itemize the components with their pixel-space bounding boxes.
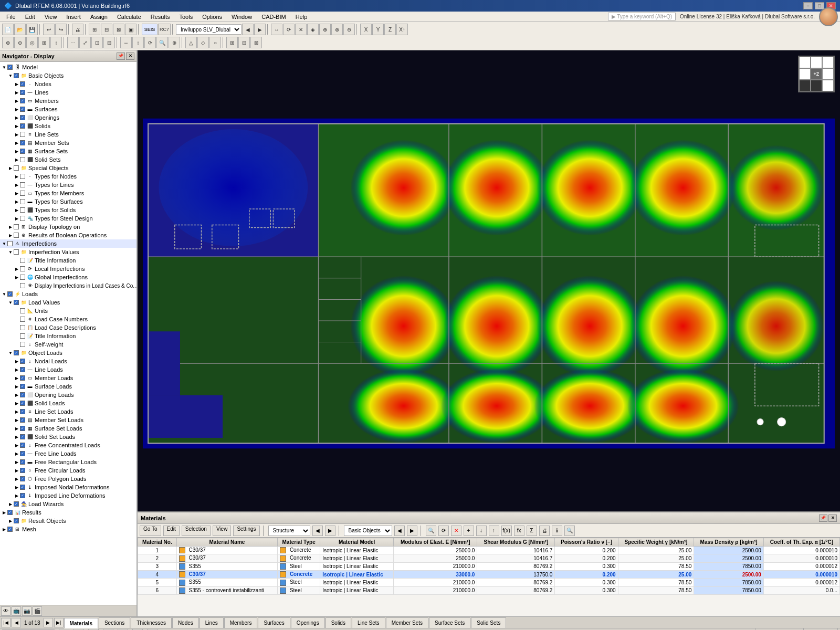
check-types-lines[interactable]	[20, 182, 25, 187]
arrow-solidsets[interactable]: ▶	[14, 156, 20, 163]
check-mesh[interactable]: ✓	[7, 527, 13, 532]
tree-lc-numbers[interactable]: ▶ # Load Case Numbers	[0, 315, 136, 323]
add-btn[interactable]: +	[464, 526, 474, 536]
load-combo-dropdown[interactable]: Inviluppo SLV_Dlubal	[176, 24, 242, 35]
panel-close-btn[interactable]: ✕	[828, 514, 837, 522]
tb7[interactable]: ⊖	[343, 24, 355, 35]
arrow-results[interactable]: ▶	[1, 509, 7, 516]
import-btn[interactable]: ↓	[476, 526, 487, 536]
tree-line-loads[interactable]: ▶ ✓ — Line Loads	[0, 365, 136, 374]
export-btn[interactable]: ↑	[489, 526, 499, 536]
r2-14[interactable]: ⊕	[169, 37, 180, 48]
tree-types-nodes[interactable]: ▶ · Types for Nodes	[0, 172, 136, 181]
tree-loads[interactable]: ▼ ✓ ⚡ Loads	[0, 290, 136, 298]
tree-types-steel[interactable]: ▶ 🔩 Types for Steel Design	[0, 214, 136, 223]
menu-edit[interactable]: Edit	[21, 13, 39, 21]
check-nodal-loads[interactable]: ✓	[20, 359, 25, 364]
arrow-display-topology[interactable]: ▶	[7, 224, 14, 230]
arrow-surfaceset-loads[interactable]: ▶	[14, 425, 20, 432]
tree-free-concentrated[interactable]: ▶ ✓ ↓ Free Concentrated Loads	[0, 441, 136, 449]
check-load-wizards[interactable]: ✓	[14, 501, 19, 507]
filter-btn[interactable]: 🔍	[426, 526, 436, 536]
menu-assign[interactable]: Assign	[86, 13, 112, 21]
tree-display-topology[interactable]: ▶ ⊞ Display Topology on	[0, 223, 136, 231]
tab-surfaces[interactable]: Surfaces	[258, 617, 290, 628]
tree-solidsets[interactable]: ▶ ⬛ Solid Sets	[0, 155, 136, 164]
arrow-types-steel[interactable]: ▶	[14, 215, 20, 222]
menu-view[interactable]: View	[40, 13, 61, 21]
tree-local-imperf[interactable]: ▶ ⟳ Local Imperfections	[0, 265, 136, 273]
check-global-imperf[interactable]	[20, 275, 25, 280]
check-model[interactable]: ✓	[7, 65, 13, 70]
arrow-member-loads[interactable]: ▶	[14, 375, 20, 381]
r2-4[interactable]: ⊞	[38, 37, 50, 48]
arrow-lines[interactable]: ▶	[14, 89, 20, 96]
tree-surfaceset-loads[interactable]: ▶ ✓ ▦ Surface Set Loads	[0, 424, 136, 433]
table-row[interactable]: 4 C30/37 Concrete Isotropic | Linear Ela…	[138, 571, 840, 579]
settings-btn[interactable]: Settings	[233, 526, 259, 536]
table-row[interactable]: 3 S355 Steel Isotropic | Linear Elastic …	[138, 562, 840, 570]
nav-video-btn[interactable]: 🎬	[33, 606, 42, 616]
view1[interactable]: ⊞	[89, 24, 100, 35]
arrow-nodal-loads[interactable]: ▶	[14, 358, 20, 364]
arrow-surfaces[interactable]: ▶	[14, 106, 20, 112]
check-member-loads[interactable]: ✓	[20, 375, 25, 381]
arrow-global-imperf[interactable]: ▶	[14, 274, 20, 280]
tab-surface-sets[interactable]: Surface Sets	[429, 617, 470, 628]
tree-opening-loads[interactable]: ▶ ✓ ⬜ Opening Loads	[0, 391, 136, 399]
menu-window[interactable]: Window	[227, 13, 256, 21]
r2-16[interactable]: ◇	[197, 37, 209, 48]
r2-5[interactable]: ↕	[50, 37, 62, 48]
arrow-imperf-values[interactable]: ▼	[7, 249, 14, 255]
tree-openings[interactable]: ▶ ✓ ⬜ Openings	[0, 113, 136, 122]
arrow-basic[interactable]: ▼	[7, 72, 14, 79]
tb9[interactable]: Y	[372, 24, 384, 35]
arrow-free-conc[interactable]: ▶	[14, 442, 20, 448]
tab-solid-sets[interactable]: Solid Sets	[471, 617, 506, 628]
r2-15[interactable]: △	[185, 37, 197, 48]
check-lineset-loads[interactable]: ✓	[20, 409, 25, 414]
arrow-nodes[interactable]: ▶	[14, 81, 20, 87]
selection-btn[interactable]: Selection	[182, 526, 211, 536]
tree-lc-desc[interactable]: ▶ 📋 Load Case Descriptions	[0, 323, 136, 332]
tb3[interactable]: ✕	[295, 24, 307, 35]
r2-3[interactable]: ◎	[26, 37, 38, 48]
check-types-surfaces[interactable]	[20, 199, 25, 204]
check-loads-title[interactable]	[20, 333, 25, 339]
tab-lines[interactable]: Lines	[200, 617, 224, 628]
r2-2[interactable]: ⊖	[14, 37, 26, 48]
arrow-special[interactable]: ▶	[7, 165, 14, 171]
prev-obj-btn[interactable]: ◀	[394, 526, 405, 536]
check-imperf-values[interactable]	[14, 249, 19, 255]
arrow-membersets[interactable]: ▶	[14, 140, 20, 146]
tb6[interactable]: ⊗	[331, 24, 343, 35]
menu-options[interactable]: Options	[198, 13, 226, 21]
check-display-topology[interactable]	[14, 224, 19, 229]
last-page-btn[interactable]: ▶|	[54, 618, 64, 627]
check-free-rect[interactable]: ✓	[20, 459, 25, 465]
tab-sections[interactable]: Sections	[99, 617, 130, 628]
tree-loads-title[interactable]: ▶ 📝 Title Information	[0, 332, 136, 340]
check-free-polygon[interactable]: ✓	[20, 476, 25, 481]
check-openings[interactable]: ✓	[20, 115, 25, 120]
check-basic[interactable]: ✓	[14, 73, 19, 78]
check-solidset-loads[interactable]: ✓	[20, 434, 25, 439]
arrow-free-circular[interactable]: ▶	[14, 467, 20, 474]
arrow-types-surfaces[interactable]: ▶	[14, 198, 20, 205]
tb11[interactable]: X↑	[396, 24, 408, 35]
r2-19[interactable]: ⊟	[238, 37, 250, 48]
check-solidsets[interactable]	[20, 157, 25, 162]
tree-surfaces[interactable]: ▶ ✓ ▬ Surfaces	[0, 105, 136, 113]
arrow-surface-loads[interactable]: ▶	[14, 383, 20, 390]
tree-nodes[interactable]: ▶ ✓ · Nodes	[0, 80, 136, 88]
tree-solid-loads[interactable]: ▶ ✓ ⬛ Solid Loads	[0, 399, 136, 407]
arrow-solid-loads[interactable]: ▶	[14, 400, 20, 406]
tab-line-sets[interactable]: Line Sets	[352, 617, 385, 628]
tree-free-circular[interactable]: ▶ ✓ ○ Free Circular Loads	[0, 466, 136, 475]
check-types-members[interactable]	[20, 191, 25, 196]
arrow-memberset-loads[interactable]: ▶	[14, 417, 20, 423]
tree-load-wizards[interactable]: ▶ ✓ 🧙 Load Wizards	[0, 500, 136, 508]
menu-file[interactable]: File	[2, 13, 20, 21]
arrow-boolean[interactable]: ▶	[7, 232, 14, 238]
arrow-imperf[interactable]: ▼	[1, 240, 7, 247]
